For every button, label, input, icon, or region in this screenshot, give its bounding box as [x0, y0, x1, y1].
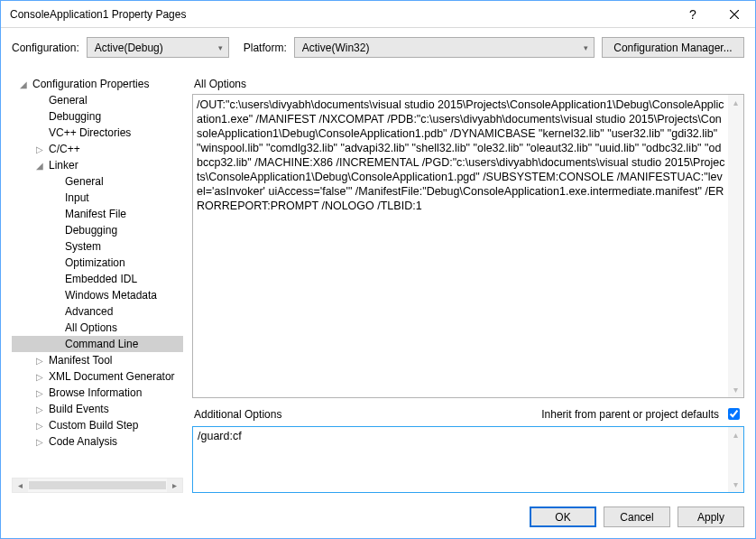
all-options-vscroll[interactable]: ▴ ▾ [728, 95, 743, 397]
tree-item-linker-windows-metadata[interactable]: Windows Metadata [12, 287, 183, 303]
tree-item-xml-doc-gen[interactable]: ▷XML Document Generator [12, 368, 183, 385]
platform-label: Platform: [244, 42, 287, 54]
chevron-down-icon: ▾ [584, 43, 588, 52]
tree-item-linker-all-options[interactable]: All Options [12, 320, 183, 336]
scroll-right-icon[interactable]: ▸ [167, 479, 182, 492]
tree-item-manifest-tool[interactable]: ▷Manifest Tool [12, 352, 183, 368]
tree-item-linker-input[interactable]: Input [12, 190, 183, 206]
all-options-text[interactable]: /OUT:"c:\users\divyabh\documents\visual … [193, 95, 743, 397]
scroll-up-icon[interactable]: ▴ [728, 95, 743, 110]
additional-options-box[interactable]: /guard:cf ▴ ▾ [192, 426, 744, 493]
configuration-manager-button[interactable]: Configuration Manager... [602, 37, 744, 58]
triangle-right-icon: ▷ [33, 421, 46, 431]
scroll-up-icon[interactable]: ▴ [728, 427, 743, 442]
help-button[interactable]: ? [672, 1, 714, 28]
close-icon [730, 10, 739, 19]
property-tree[interactable]: ◢ Configuration Properties General Debug… [12, 76, 183, 474]
content-area: Configuration: Active(Debug) ▾ Platform:… [1, 28, 755, 538]
tree-root[interactable]: ◢ Configuration Properties [12, 76, 183, 92]
configuration-label: Configuration: [12, 42, 79, 54]
scroll-left-icon[interactable]: ◂ [13, 479, 28, 492]
triangle-right-icon: ▷ [33, 404, 46, 414]
scrollbar-thumb[interactable] [29, 481, 166, 489]
triangle-down-icon: ◢ [17, 79, 30, 89]
tree-horizontal-scrollbar[interactable]: ◂ ▸ [12, 478, 183, 493]
tree-item-linker[interactable]: ◢Linker [12, 157, 183, 173]
titlebar: ConsoleApplication1 Property Pages ? [1, 1, 755, 28]
triangle-right-icon: ▷ [33, 437, 46, 447]
tree-item-linker-debugging[interactable]: Debugging [12, 222, 183, 238]
tree-item-linker-advanced[interactable]: Advanced [12, 303, 183, 320]
config-toolbar: Configuration: Active(Debug) ▾ Platform:… [12, 37, 744, 58]
tree-item-linker-general[interactable]: General [12, 173, 183, 190]
additional-options-vscroll[interactable]: ▴ ▾ [728, 427, 743, 492]
apply-button[interactable]: Apply [678, 506, 744, 527]
inherit-row: Additional Options Inherit from parent o… [192, 405, 742, 423]
window-title: ConsoleApplication1 Property Pages [10, 8, 672, 21]
tree-item-build-events[interactable]: ▷Build Events [12, 401, 183, 417]
chevron-down-icon: ▾ [218, 43, 223, 52]
tree-item-linker-manifest-file[interactable]: Manifest File [12, 206, 183, 222]
triangle-right-icon: ▷ [33, 144, 46, 154]
configuration-value: Active(Debug) [95, 42, 163, 54]
tree-item-linker-system[interactable]: System [12, 238, 183, 255]
tree-item-code-analysis[interactable]: ▷Code Analysis [12, 433, 183, 450]
inherit-checkbox[interactable] [728, 408, 740, 420]
configuration-combo[interactable]: Active(Debug) ▾ [87, 37, 229, 58]
tree-item-linker-embedded-idl[interactable]: Embedded IDL [12, 271, 183, 287]
tree-item-vcpp-directories[interactable]: VC++ Directories [12, 125, 183, 141]
triangle-right-icon: ▷ [33, 372, 46, 382]
triangle-right-icon: ▷ [33, 388, 46, 398]
tree-item-debugging[interactable]: Debugging [12, 108, 183, 125]
additional-options-text[interactable]: /guard:cf [193, 427, 743, 492]
middle-area: ◢ Configuration Properties General Debug… [12, 76, 744, 493]
close-button[interactable] [714, 1, 755, 28]
triangle-down-icon: ◢ [33, 161, 46, 171]
triangle-right-icon: ▷ [33, 356, 46, 366]
scroll-down-icon[interactable]: ▾ [728, 382, 743, 397]
tree-item-browse-info[interactable]: ▷Browse Information [12, 385, 183, 401]
tree-item-general[interactable]: General [12, 92, 183, 108]
tree-item-ccpp[interactable]: ▷C/C++ [12, 141, 183, 157]
tree-item-linker-command-line[interactable]: Command Line [12, 336, 183, 352]
scroll-down-icon[interactable]: ▾ [728, 477, 743, 492]
platform-value: Active(Win32) [302, 42, 370, 54]
ok-button[interactable]: OK [530, 506, 596, 527]
platform-combo[interactable]: Active(Win32) ▾ [294, 37, 595, 58]
all-options-label: All Options [192, 76, 744, 94]
tree-pane: ◢ Configuration Properties General Debug… [12, 76, 183, 493]
tree-item-custom-build-step[interactable]: ▷Custom Build Step [12, 417, 183, 433]
dialog-buttons: OK Cancel Apply [12, 506, 744, 527]
inherit-label: Inherit from parent or project defaults [541, 408, 719, 421]
cancel-button[interactable]: Cancel [604, 506, 670, 527]
additional-options-label: Additional Options [192, 408, 536, 421]
tree-item-linker-optimization[interactable]: Optimization [12, 255, 183, 271]
right-pane: All Options /OUT:"c:\users\divyabh\docum… [192, 76, 744, 493]
all-options-box: /OUT:"c:\users\divyabh\documents\visual … [192, 94, 744, 398]
